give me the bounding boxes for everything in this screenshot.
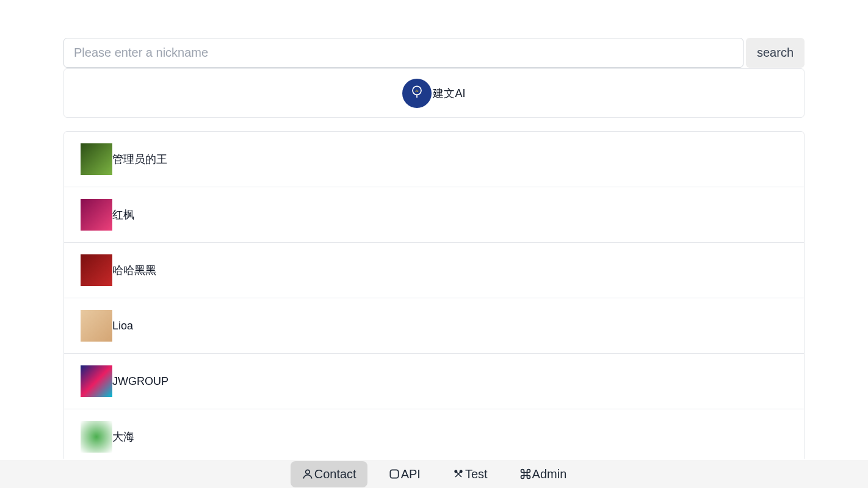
search-row: search: [63, 38, 805, 68]
contact-name: JWGROUP: [112, 375, 168, 388]
avatar: [81, 310, 112, 342]
contact-item[interactable]: Lioa: [64, 298, 804, 354]
svg-rect-3: [390, 470, 398, 478]
search-input[interactable]: [63, 38, 743, 68]
command-icon: [519, 468, 532, 480]
bottom-nav: Contact API Test Admin: [0, 460, 868, 488]
avatar: [81, 254, 112, 286]
contact-list: 管理员的王 红枫 哈哈黑黑 Lioa JWGROUP 大海: [63, 131, 805, 459]
contact-name: 哈哈黑黑: [112, 263, 156, 278]
tools-icon: [452, 468, 465, 480]
contact-item[interactable]: 哈哈黑黑: [64, 243, 804, 298]
contact-item[interactable]: 管理员的王: [64, 132, 804, 187]
avatar: [81, 365, 112, 397]
avatar: [81, 143, 112, 175]
svg-point-2: [305, 470, 309, 474]
svg-text:AI: AI: [416, 88, 419, 92]
search-button[interactable]: search: [746, 38, 805, 68]
contact-item[interactable]: 红枫: [64, 187, 804, 243]
nav-api[interactable]: API: [377, 461, 432, 487]
ai-head-icon: AI: [408, 85, 425, 102]
contact-name: 大海: [112, 429, 134, 444]
nav-label: Contact: [314, 467, 356, 481]
svg-point-4: [455, 470, 457, 472]
contact-name: 红枫: [112, 207, 134, 222]
ai-contact-name: 建文AI: [433, 86, 465, 101]
avatar: [81, 199, 112, 231]
nav-contact[interactable]: Contact: [291, 461, 367, 487]
contact-name: Lioa: [112, 320, 133, 332]
avatar: [81, 421, 112, 453]
nav-label: API: [401, 467, 421, 481]
person-icon: [302, 468, 314, 480]
ai-avatar: AI: [402, 79, 432, 108]
square-icon: [388, 468, 400, 480]
contact-item[interactable]: JWGROUP: [64, 354, 804, 409]
ai-contact-row[interactable]: AI 建文AI: [63, 68, 805, 118]
nav-test[interactable]: Test: [441, 461, 499, 487]
nav-admin[interactable]: Admin: [508, 461, 578, 487]
svg-point-5: [460, 470, 461, 472]
nav-label: Admin: [532, 467, 567, 481]
contact-name: 管理员的王: [112, 152, 167, 167]
nav-label: Test: [465, 467, 488, 481]
contact-item[interactable]: 大海: [64, 409, 804, 459]
